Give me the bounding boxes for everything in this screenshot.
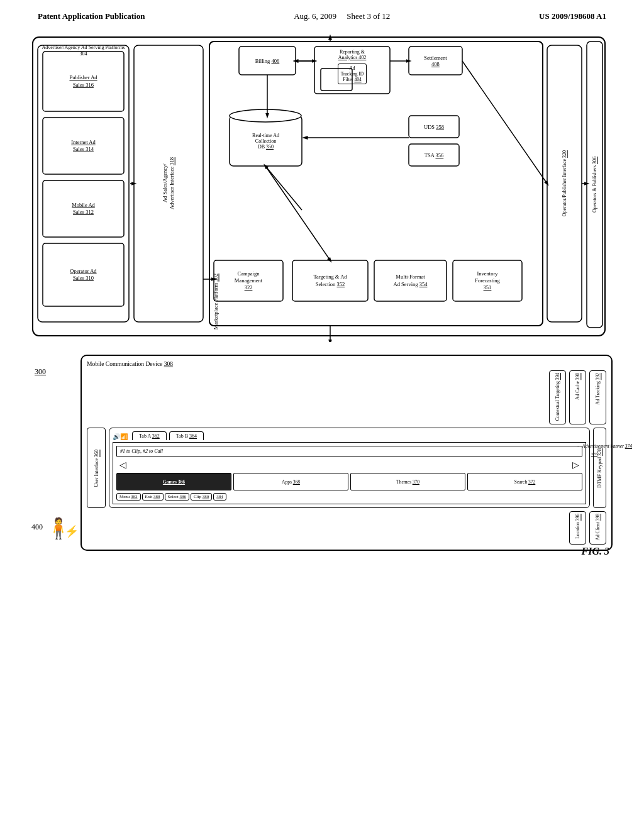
reporting-box: Reporting &Analytics 402 AdTracking IDFi… (314, 47, 390, 94)
multiformat-box: Multi-FormatAd Serving 354 (374, 260, 447, 301)
main-content: Advertiser/Agency Ad Serving Platforms 3… (0, 28, 644, 563)
contextual-targeting-box: Contextual Targeting 394 (549, 370, 566, 424)
operator-publisher-interface: Operator/Publisher Interface 320 (547, 45, 582, 322)
targeting-box: Targeting & AdSelection 352 (292, 260, 368, 301)
operator-ad-sales: Operator AdSales 310 (43, 243, 124, 306)
phone-screen: #1 to Clip, #2 to Call ← Advertisement b… (113, 442, 586, 504)
publisher-ad-sales: Publisher AdSales 316 (43, 52, 124, 111)
app-grid: Games 366 Apps 368 Themes 370 Search 372 (116, 473, 582, 490)
top-header-rows: Contextual Targeting 394 Ad Cache 390 Ad… (87, 370, 606, 424)
exit-btn[interactable]: Exit 388 (142, 493, 164, 501)
header-left: Patent Application Publication (38, 11, 145, 21)
nav-left[interactable]: ◁ (119, 460, 126, 470)
ui-label-box: User Interface 360 (87, 428, 106, 508)
games-cell[interactable]: Games 366 (116, 473, 231, 490)
header-center: Aug. 6, 2009 Sheet 3 of 12 (294, 11, 390, 21)
phone-display: 🔊📶 Tab A 362 Tab B 364 (109, 428, 590, 508)
top-diagram-container: Advertiser/Agency Ad Serving Platforms 3… (31, 34, 613, 342)
dtmf-box: DTMF Keypad 378 (593, 428, 606, 508)
db-box: Real-time AdCollectionDB 350 (230, 116, 302, 166)
internet-ad-sales: Internet AdSales 314 (43, 118, 124, 174)
phone-menu-bar: Menu 382 Exit 388 Select 386 Clip 380 (116, 493, 582, 501)
fig-label: FIG. 3 (582, 546, 609, 557)
select-btn[interactable]: Select 386 (165, 493, 189, 501)
tab-a[interactable]: Tab A 362 (132, 431, 167, 440)
ad-tracking-top-box: Ad Tracking 392 (589, 370, 606, 424)
bottom-section: 300 400 🧍 ⚡ Mobile Communication Device … (38, 355, 613, 551)
banner-label: ← Advertisement banner 374 (577, 443, 632, 449)
bottom-label-row: Location 396 Ad Client 398 (87, 511, 606, 545)
phone-icons: 🔊📶 (113, 433, 128, 440)
mobile-ad-sales: Mobile AdSales 312 (43, 180, 124, 237)
mcd-box: Mobile Communication Device 308 Contextu… (80, 355, 613, 551)
bottom-inner: User Interface 360 🔊📶 Tab A 362 (87, 428, 606, 508)
tab-b[interactable]: Tab B 364 (169, 431, 204, 440)
header-sheet: Sheet 3 of 12 (347, 11, 390, 21)
menu-btn[interactable]: Menu 382 (116, 493, 141, 501)
right-side-labels: DTMF Keypad 378 (593, 428, 606, 508)
billing-box: Billing 406 (239, 47, 296, 75)
ad-cache-box: Ad Cache 390 (569, 370, 586, 424)
inventory-box: InventoryForecasting351 (453, 260, 522, 301)
ad-sales-agency: Ad Sales/Agency/Advertiser Interface 318 (134, 45, 203, 322)
uds-box: UDS 358 (409, 116, 459, 138)
svg-line-29 (265, 166, 302, 210)
apps-cell[interactable]: Apps 368 (233, 473, 348, 490)
search-cell[interactable]: Search 372 (467, 473, 582, 490)
phone-tabs-row: 🔊📶 Tab A 362 Tab B 364 (113, 431, 586, 440)
tsa-box: TSA 356 (409, 144, 459, 166)
campaign-box: CampaignManagement322 (214, 260, 283, 301)
svg-line-31 (462, 61, 547, 184)
location-box: Location 396 (569, 511, 586, 545)
operators-publishers: Operators & Publishers 306 (587, 42, 602, 328)
banner-ad: #1 to Clip, #2 to Call ← Advertisement b… (116, 446, 582, 456)
ad-client-box: Ad Client 398 (589, 511, 606, 545)
person-figure: 🧍 ⚡ (41, 518, 75, 538)
mcd-title: Mobile Communication Device 308 (87, 361, 606, 367)
header-right: US 2009/198608 A1 (539, 11, 606, 21)
svg-line-28 (265, 166, 330, 260)
settlement-box: Settlement408 (409, 47, 462, 75)
lightning-icon: ⚡ (65, 524, 79, 538)
btn-384[interactable]: 384 (213, 493, 226, 501)
label-300: 300 (35, 367, 46, 377)
nav-arrows: ◁ ▷ (116, 460, 582, 470)
header-date: Aug. 6, 2009 (294, 11, 336, 21)
nav-right[interactable]: ▷ (572, 460, 579, 470)
themes-cell[interactable]: Themes 370 (350, 473, 465, 490)
patent-header: Patent Application Publication Aug. 6, 2… (0, 0, 644, 28)
clip-btn[interactable]: Clip 380 (191, 493, 212, 501)
